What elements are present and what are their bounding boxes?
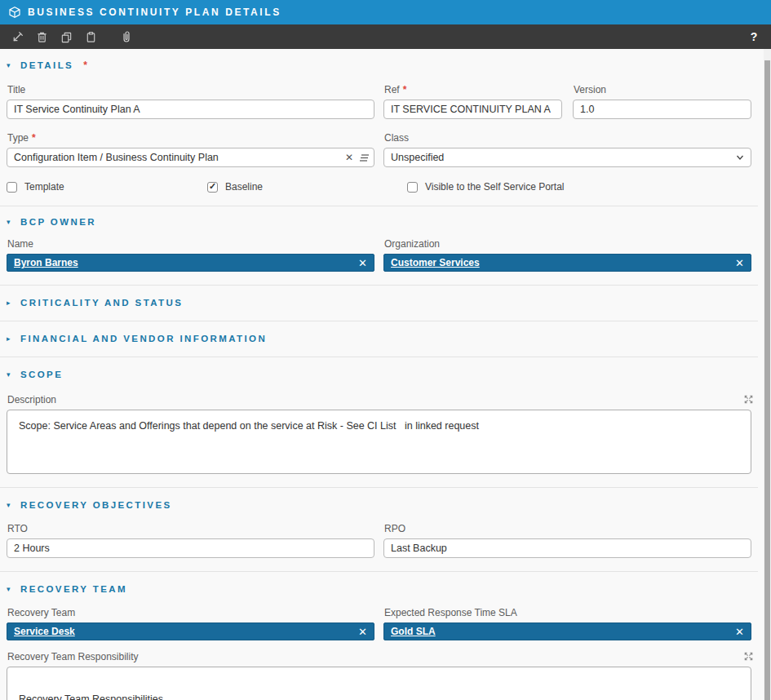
- section-divider: [0, 357, 758, 357]
- organization-link[interactable]: Customer Services: [391, 257, 480, 268]
- baseline-checkbox-label: Baseline: [225, 181, 263, 193]
- ssp-visible-checkbox[interactable]: Visible to the Self Service Portal: [407, 181, 751, 193]
- scrollbar-thumb[interactable]: [764, 60, 770, 700]
- expand-arrow-icon: ▸: [7, 299, 14, 307]
- cube-icon: [8, 6, 21, 19]
- section-title: RECOVERY TEAM: [20, 584, 127, 594]
- expand-arrow-icon: ▸: [7, 334, 14, 343]
- clear-type-icon[interactable]: ✕: [345, 153, 353, 162]
- expand-description-icon[interactable]: [742, 393, 755, 405]
- collapse-arrow-icon: ▾: [7, 370, 14, 379]
- type-label: Type *: [7, 132, 374, 144]
- title-label: Title: [7, 84, 374, 95]
- type-input[interactable]: [7, 148, 374, 167]
- collapse-arrow-icon: ▾: [7, 61, 14, 69]
- collapse-arrow-icon: ▾: [7, 218, 14, 226]
- chevron-down-icon: [735, 153, 745, 162]
- name-label: Name: [7, 238, 374, 250]
- attachment-icon[interactable]: [116, 26, 137, 47]
- section-title: SCOPE: [20, 370, 63, 379]
- section-title: RECOVERY OBJECTIVES: [20, 500, 172, 510]
- version-label: Version: [574, 84, 751, 95]
- help-button[interactable]: ?: [743, 30, 764, 43]
- section-header-criticality[interactable]: ▸ CRITICALITY AND STATUS: [7, 298, 751, 308]
- section-divider: [0, 487, 758, 488]
- section-header-recovery-objectives[interactable]: ▾ RECOVERY OBJECTIVES: [7, 500, 751, 510]
- recovery-team-label: Recovery Team: [7, 607, 374, 618]
- checkbox-icon[interactable]: [7, 182, 17, 193]
- version-input[interactable]: [573, 100, 751, 119]
- expand-responsibility-icon[interactable]: [742, 650, 755, 662]
- rto-input[interactable]: [7, 538, 374, 558]
- copy-icon[interactable]: [55, 26, 77, 47]
- checkbox-icon[interactable]: [407, 182, 418, 193]
- ref-input[interactable]: [383, 100, 562, 119]
- required-asterisk: *: [83, 60, 87, 71]
- response-sla-link[interactable]: Gold SLA: [391, 626, 436, 637]
- delete-icon[interactable]: [31, 26, 52, 47]
- responsibility-label: Recovery Team Responsibility: [7, 651, 139, 662]
- response-sla-chip[interactable]: Gold SLA ✕: [383, 622, 751, 640]
- section-divider: [0, 206, 758, 206]
- class-select[interactable]: Unspecified: [383, 148, 751, 167]
- rto-label: RTO: [7, 523, 374, 534]
- recovery-team-link[interactable]: Service Desk: [14, 626, 75, 637]
- pin-icon[interactable]: [7, 26, 28, 47]
- organization-chip[interactable]: Customer Services ✕: [383, 254, 751, 272]
- rpo-input[interactable]: [383, 538, 751, 558]
- class-label: Class: [384, 132, 751, 144]
- remove-response-sla-icon[interactable]: ✕: [735, 627, 744, 637]
- paste-icon[interactable]: [80, 26, 101, 47]
- template-checkbox[interactable]: Template: [7, 181, 198, 193]
- responsibility-textarea[interactable]: Recovery Team Responsibilities: [7, 667, 751, 700]
- collapse-arrow-icon: ▾: [7, 585, 14, 593]
- bcp-owner-name-chip[interactable]: Byron Barnes ✕: [7, 254, 374, 272]
- recovery-team-chip[interactable]: Service Desk ✕: [7, 622, 374, 640]
- section-title: FINANCIAL AND VENDOR INFORMATION: [20, 334, 267, 343]
- ref-label: Ref *: [384, 84, 562, 95]
- vertical-scrollbar[interactable]: [764, 49, 771, 700]
- baseline-checkbox[interactable]: Baseline: [207, 181, 398, 193]
- browse-list-icon[interactable]: [359, 153, 370, 162]
- required-asterisk: *: [403, 84, 407, 95]
- form-content: ▾ DETAILS * Title Ref * Version T: [0, 60, 764, 700]
- section-header-recovery-team[interactable]: ▾ RECOVERY TEAM: [7, 584, 751, 594]
- remove-recovery-team-icon[interactable]: ✕: [358, 627, 367, 637]
- collapse-arrow-icon: ▾: [7, 501, 14, 509]
- section-header-bcp-owner[interactable]: ▾ BCP OWNER: [7, 217, 751, 227]
- section-title: CRITICALITY AND STATUS: [20, 298, 183, 308]
- section-title: BCP OWNER: [20, 217, 96, 227]
- section-header-financial[interactable]: ▸ FINANCIAL AND VENDOR INFORMATION: [7, 334, 751, 343]
- response-sla-label: Expected Response Time SLA: [384, 607, 751, 618]
- toolbar: ?: [0, 24, 771, 49]
- organization-label: Organization: [384, 238, 751, 250]
- template-checkbox-label: Template: [24, 181, 64, 193]
- section-divider: [0, 571, 758, 572]
- description-label: Description: [7, 394, 56, 405]
- required-asterisk: *: [32, 132, 36, 144]
- title-input[interactable]: [7, 100, 374, 119]
- ssp-visible-checkbox-label: Visible to the Self Service Portal: [425, 181, 565, 193]
- page-title: BUSINESS CONTINUITY PLAN DETAILS: [28, 7, 281, 18]
- bcp-owner-name-link[interactable]: Byron Barnes: [14, 257, 78, 268]
- remove-organization-icon[interactable]: ✕: [735, 258, 744, 268]
- section-header-details[interactable]: ▾ DETAILS *: [7, 60, 751, 71]
- rpo-label: RPO: [384, 523, 751, 534]
- section-title: DETAILS: [20, 60, 73, 70]
- description-textarea[interactable]: Scope: Service Areas and Offerings that …: [7, 410, 751, 474]
- window-titlebar: BUSINESS CONTINUITY PLAN DETAILS: [0, 0, 771, 24]
- section-divider: [0, 285, 758, 286]
- remove-name-icon[interactable]: ✕: [358, 258, 367, 268]
- section-header-scope[interactable]: ▾ SCOPE: [7, 370, 751, 379]
- checkbox-icon[interactable]: [207, 182, 218, 193]
- section-divider: [0, 321, 758, 321]
